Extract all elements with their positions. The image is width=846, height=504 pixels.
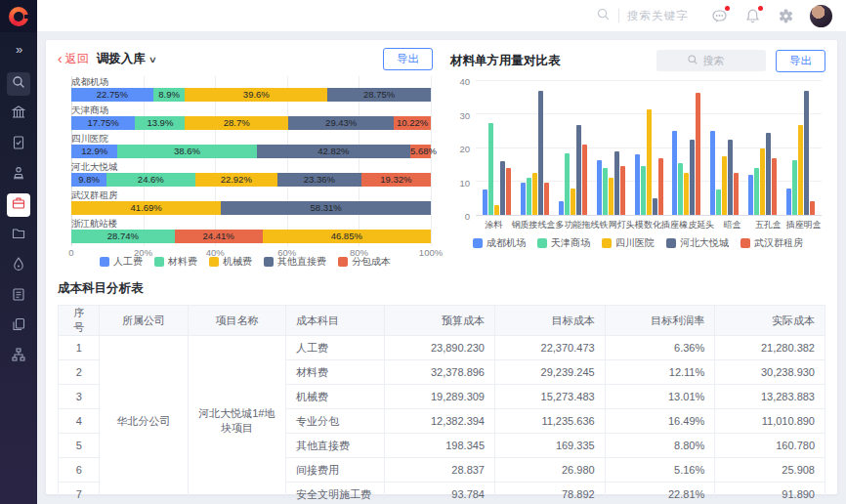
settings-button[interactable] [777,7,794,24]
notifications-button[interactable] [743,7,761,24]
bar[interactable] [748,175,753,215]
bar-segment[interactable]: 28.74% [71,230,175,243]
bar[interactable] [532,173,537,215]
bar[interactable] [559,201,564,215]
bar-segment[interactable]: 58.31% [221,201,431,215]
export-button-right[interactable]: 导出 [776,50,825,72]
bar[interactable] [521,183,526,215]
stacked-bar[interactable]: 28.74%24.41%46.85% [71,230,431,243]
bar[interactable] [494,205,499,215]
bar-segment[interactable]: 39.6% [185,88,327,102]
bar-segment[interactable]: 9.8% [71,173,106,187]
bar[interactable] [582,145,587,215]
bar[interactable] [810,201,815,215]
bar-segment[interactable]: 41.69% [71,201,221,215]
bar-segment[interactable]: 13.9% [135,116,185,130]
bar-segment[interactable]: 42.82% [257,145,411,158]
sidebar-item-approvals[interactable] [7,133,30,156]
bar[interactable] [641,166,646,215]
stacked-bar[interactable]: 12.9%38.6%42.82%5.68% [71,145,431,158]
bar[interactable] [672,131,677,215]
sidebar-item-materials[interactable] [7,254,30,277]
sidebar-item-copy[interactable] [7,315,30,338]
bar[interactable] [576,125,581,215]
legend-item[interactable]: 材料费 [154,255,197,269]
sidebar-item-flow[interactable] [7,345,30,368]
bar[interactable] [483,189,487,215]
bar-segment[interactable]: 28.75% [327,88,431,102]
sidebar-item-personnel[interactable] [7,163,30,187]
bar[interactable] [614,151,619,215]
stacked-bar[interactable]: 17.75%13.9%28.7%29.43%10.22% [71,116,431,130]
bar[interactable] [734,173,739,215]
app-logo[interactable] [0,0,37,32]
user-avatar[interactable] [810,5,832,27]
chart-search[interactable] [656,50,766,71]
bar[interactable] [754,168,759,215]
legend-item[interactable]: 天津商场 [537,236,590,250]
bar-segment[interactable]: 19.32% [361,173,431,187]
bar[interactable] [538,91,543,215]
bar-segment[interactable]: 23.36% [277,173,361,187]
table-row[interactable]: 1华北分公司河北大悦城1#地块项目人工费23,890.23022,370.473… [59,336,825,360]
bar[interactable] [506,168,511,215]
chart-search-input[interactable] [703,55,737,66]
global-search[interactable]: 搜索关键字 [596,7,689,25]
bar[interactable] [722,156,727,215]
sidebar-item-search[interactable] [7,72,30,96]
sidebar-item-files[interactable] [7,224,30,247]
bar-segment[interactable]: 5.68% [410,145,431,158]
expand-icon[interactable]: » [16,42,21,57]
bar[interactable] [488,123,493,215]
legend-item[interactable]: 成都机场 [473,236,526,250]
bar[interactable] [684,173,689,215]
bar[interactable] [500,161,505,215]
bar-segment[interactable]: 12.9% [71,145,117,158]
bar[interactable] [678,163,683,215]
bar-segment[interactable]: 24.41% [175,230,263,243]
bar-segment[interactable]: 10.22% [394,116,431,130]
bar[interactable] [571,189,575,215]
bar[interactable] [565,153,570,215]
bar-segment[interactable]: 24.6% [106,173,195,187]
sidebar-item-org[interactable] [7,103,30,126]
bar[interactable] [792,160,797,216]
bar[interactable] [653,198,657,215]
stacked-bar[interactable]: 9.8%24.6%22.92%23.36%19.32% [71,173,431,187]
bar-segment[interactable]: 22.75% [71,88,153,102]
bar[interactable] [772,158,777,215]
bar[interactable] [696,93,700,215]
messages-button[interactable] [710,7,728,24]
stacked-bar[interactable]: 22.75%8.9%39.6%28.75% [71,88,431,102]
bar[interactable] [658,158,663,215]
bar-segment[interactable]: 17.75% [71,116,135,130]
bar[interactable] [760,148,765,216]
bar[interactable] [647,109,652,215]
stacked-bar[interactable]: 41.69%58.31% [71,201,431,215]
bar[interactable] [527,178,531,215]
global-search-placeholder[interactable]: 搜索关键字 [627,9,689,23]
bar-segment[interactable]: 46.85% [263,230,431,243]
bar-segment[interactable]: 22.92% [195,173,277,187]
bar-segment[interactable]: 38.6% [117,145,256,158]
bar-segment[interactable]: 8.9% [153,88,186,102]
back-button[interactable]: ‹ 返回 [58,51,89,67]
bar-segment[interactable]: 29.43% [288,116,394,130]
bar[interactable] [603,168,608,215]
sidebar-item-projects-active[interactable] [7,193,30,217]
legend-item[interactable]: 武汉群租房 [740,236,803,250]
bar-segment[interactable]: 28.7% [185,116,288,130]
bar[interactable] [804,91,809,215]
legend-item[interactable]: 河北大悦城 [666,236,729,250]
legend-item[interactable]: 四川医院 [602,236,655,250]
bar[interactable] [609,178,613,215]
bar[interactable] [544,183,549,215]
sidebar-item-reports[interactable] [7,284,30,308]
chevron-down-icon[interactable]: ∨ [148,55,156,64]
bar[interactable] [710,131,715,215]
bar[interactable] [620,166,625,215]
bar[interactable] [690,140,695,215]
bar[interactable] [728,140,733,215]
bar[interactable] [798,125,803,215]
bar[interactable] [716,189,721,215]
